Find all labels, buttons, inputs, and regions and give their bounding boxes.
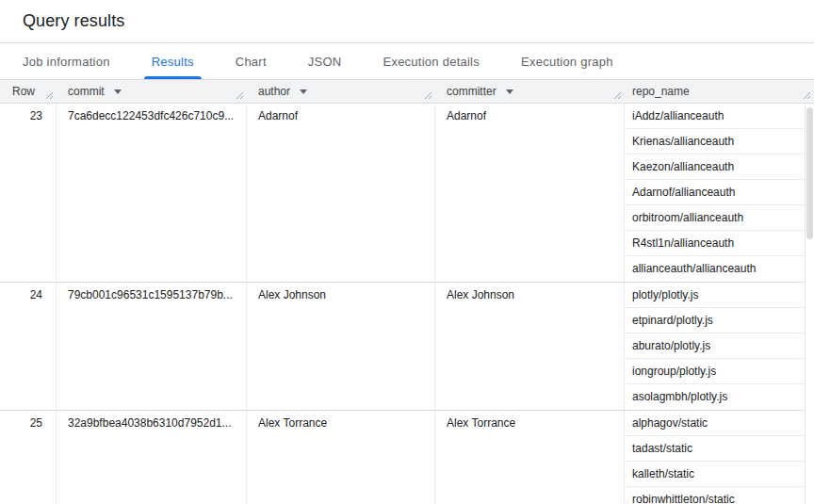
tab-chart[interactable]: Chart xyxy=(228,43,274,79)
repo-name-cell: alphagov/statictadast/statickalleth/stat… xyxy=(625,411,814,504)
tab-label: Results xyxy=(152,55,194,69)
column-header-label: author xyxy=(258,85,290,98)
repo-name-item: plotly/plotly.js xyxy=(625,283,814,308)
active-tab-indicator xyxy=(144,76,202,79)
scrollbar-thumb[interactable] xyxy=(806,107,813,239)
tab-execution-details[interactable]: Execution details xyxy=(375,43,487,79)
column-resize-handle[interactable] xyxy=(236,91,244,100)
column-resize-handle[interactable] xyxy=(613,91,622,100)
repo-name-item: iAddz/allianceauth xyxy=(625,104,814,129)
column-header-label: repo_name xyxy=(632,85,690,98)
table-row: 24 79cb001c96531c1595137b79b... Alex Joh… xyxy=(0,283,814,411)
tab-execution-graph[interactable]: Execution graph xyxy=(513,43,621,79)
table-row: 23 7ca6decc122453dfc426c710c9... Adarnof… xyxy=(0,104,814,283)
repo-name-item: Kaezon/allianceauth xyxy=(625,154,814,180)
tab-job-information[interactable]: Job information xyxy=(15,43,118,79)
sort-dropdown-icon[interactable] xyxy=(506,89,513,94)
tab-label: Execution graph xyxy=(521,55,613,69)
repo-name-item: asolagmbh/plotly.js xyxy=(625,384,814,410)
column-resize-handle[interactable] xyxy=(424,91,432,100)
repo-name-item: Krienas/allianceauth xyxy=(625,129,814,154)
column-header-label: Row xyxy=(12,85,35,98)
column-header-repo-name[interactable]: repo_name xyxy=(625,80,814,103)
tab-bar: Job information Results Chart JSON Execu… xyxy=(0,43,814,80)
row-number-cell: 25 xyxy=(0,411,57,504)
repo-name-item: Adarnof/allianceauth xyxy=(625,180,814,205)
repo-name-item: tadast/static xyxy=(625,436,814,462)
commit-cell: 7ca6decc122453dfc426c710c9... xyxy=(57,104,247,282)
table-body: 23 7ca6decc122453dfc426c710c9... Adarnof… xyxy=(0,104,814,504)
column-header-committer[interactable]: committer xyxy=(435,80,625,103)
sort-dropdown-icon[interactable] xyxy=(300,89,307,94)
author-cell: Adarnof xyxy=(247,104,435,282)
repo-name-item: etpinard/plotly.js xyxy=(625,308,814,333)
repo-name-item: kalleth/static xyxy=(625,462,814,487)
page-title: Query results xyxy=(23,11,124,31)
committer-cell: Adarnof xyxy=(435,104,625,282)
author-cell: Alex Johnson xyxy=(247,283,435,410)
table-row: 25 32a9bfbea4038b6310d7952d1... Alex Tor… xyxy=(0,411,814,504)
committer-cell: Alex Johnson xyxy=(435,283,625,410)
column-header-author[interactable]: author xyxy=(247,80,435,103)
column-header-row[interactable]: Row xyxy=(0,80,57,103)
commit-cell: 79cb001c96531c1595137b79b... xyxy=(57,283,247,410)
tab-json[interactable]: JSON xyxy=(301,43,350,79)
column-resize-handle[interactable] xyxy=(45,91,54,100)
tab-label: Chart xyxy=(236,55,267,69)
column-header-commit[interactable]: commit xyxy=(57,80,247,103)
column-header-label: commit xyxy=(68,85,105,98)
tab-label: Execution details xyxy=(383,55,480,69)
tab-label: JSON xyxy=(308,55,342,69)
repo-name-item: robinwhittleton/static xyxy=(625,487,814,504)
query-results-panel: Query results Job information Results Ch… xyxy=(0,0,814,504)
vertical-scrollbar[interactable] xyxy=(805,104,814,504)
tab-label: Job information xyxy=(23,55,110,69)
column-resize-handle[interactable] xyxy=(803,91,811,100)
committer-cell: Alex Torrance xyxy=(435,411,625,504)
column-header-label: committer xyxy=(447,85,497,98)
repo-name-item: aburato/plotly.js xyxy=(625,333,814,359)
repo-name-item: iongroup/plotly.js xyxy=(625,359,814,384)
sort-dropdown-icon[interactable] xyxy=(114,89,122,94)
panel-header: Query results xyxy=(0,0,814,43)
repo-name-item: alphagov/static xyxy=(625,411,814,436)
table-header-row: Row commit author committer repo_name xyxy=(0,80,814,104)
results-table: Row commit author committer repo_name 23… xyxy=(0,80,814,504)
row-number-cell: 23 xyxy=(0,104,57,282)
row-number-cell: 24 xyxy=(0,283,57,410)
commit-cell: 32a9bfbea4038b6310d7952d1... xyxy=(57,411,247,504)
repo-name-cell: iAddz/allianceauthKrienas/allianceauthKa… xyxy=(625,104,814,282)
repo-name-cell: plotly/plotly.jsetpinard/plotly.jsaburat… xyxy=(625,283,814,410)
tab-results[interactable]: Results xyxy=(144,43,202,79)
repo-name-item: R4stl1n/allianceauth xyxy=(625,231,814,256)
repo-name-item: orbitroom/allianceauth xyxy=(625,205,814,231)
repo-name-item: allianceauth/allianceauth xyxy=(625,256,814,282)
author-cell: Alex Torrance xyxy=(247,411,435,504)
